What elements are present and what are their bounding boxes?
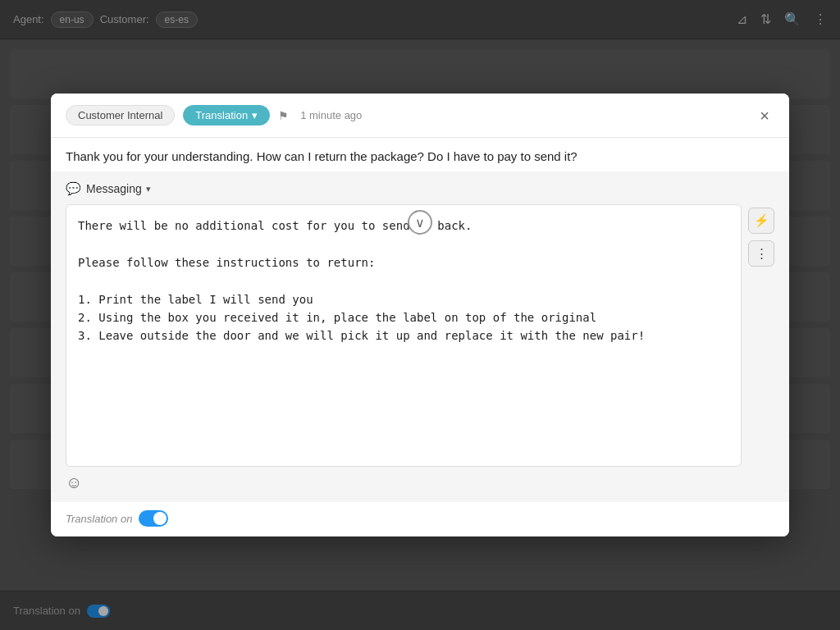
modal-close-button[interactable]: × — [755, 106, 774, 126]
chevron-down-icon: ▾ — [252, 109, 258, 121]
scroll-down-icon: ∨ — [415, 215, 425, 231]
more-options-button[interactable]: ⋮ — [748, 240, 774, 267]
translation-toggle[interactable] — [139, 510, 168, 527]
message-icon: 💬 — [66, 181, 81, 196]
translation-toggle-label: Translation on — [66, 513, 132, 525]
tab-translation[interactable]: Translation ▾ — [183, 105, 270, 126]
translation-toggle-row: Translation on — [51, 502, 789, 536]
more-options-icon: ⋮ — [756, 246, 768, 261]
scroll-down-button[interactable]: ∨ — [408, 210, 432, 235]
translation-tab-label: Translation — [195, 109, 248, 121]
lightning-button[interactable]: ⚡ — [748, 208, 774, 234]
app-background: Agent: en-us Customer: es-es ⊿ ⇅ 🔍 ⋮ Tra… — [0, 0, 840, 630]
editor-side-actions: ⚡ ⋮ — [748, 204, 774, 267]
reply-text-editor[interactable] — [66, 204, 742, 467]
text-editor-wrapper: ⚡ ⋮ — [66, 204, 774, 467]
tab-customer-internal[interactable]: Customer Internal — [66, 105, 175, 126]
messaging-chevron-icon: ▾ — [146, 184, 151, 194]
message-timestamp: 1 minute ago — [300, 109, 362, 121]
messaging-tab[interactable]: Messaging ▾ — [86, 182, 151, 195]
emoji-bar: ☺ — [66, 473, 774, 492]
emoji-button[interactable]: ☺ — [66, 473, 82, 492]
customer-message-row: Thank you for your understanding. How ca… — [51, 138, 789, 171]
customer-message-text: Thank you for your understanding. How ca… — [66, 149, 578, 163]
reply-modal: Customer Internal Translation ▾ ⚑ 1 minu… — [51, 94, 789, 536]
modal-overlay: Customer Internal Translation ▾ ⚑ 1 minu… — [0, 0, 840, 630]
messaging-tab-bar: 💬 Messaging ▾ — [66, 181, 774, 196]
flag-icon: ⚑ — [278, 109, 289, 122]
modal-header: Customer Internal Translation ▾ ⚑ 1 minu… — [51, 94, 789, 138]
messaging-tab-label: Messaging — [86, 182, 142, 195]
lightning-icon: ⚡ — [754, 213, 769, 228]
